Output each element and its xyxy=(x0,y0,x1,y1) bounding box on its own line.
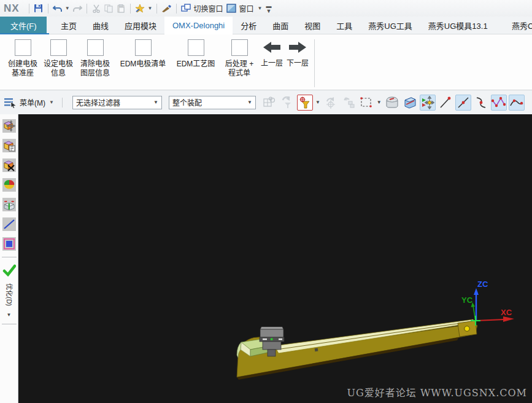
tab-home[interactable]: 主页 xyxy=(53,17,85,34)
delete-electrode-cube-icon[interactable] xyxy=(2,158,16,172)
switch-window-button[interactable]: 切换窗口 xyxy=(192,3,225,14)
copy-to-component-icon[interactable] xyxy=(341,95,357,111)
tab-application-module[interactable]: 应用模块 xyxy=(117,17,164,34)
separator xyxy=(156,4,157,14)
clear-electrode-layer-button[interactable]: 清除电极 图层信息 xyxy=(76,39,114,78)
move-component-cube-icon[interactable] xyxy=(2,119,16,133)
tab-curve[interactable]: 曲线 xyxy=(85,17,117,34)
copy-icon[interactable] xyxy=(102,2,115,15)
blank-command-icon xyxy=(15,39,31,56)
tab-view[interactable]: 视图 xyxy=(296,17,328,34)
cut-icon[interactable] xyxy=(90,2,102,15)
set-electrode-info-button[interactable]: 设定电极 信息 xyxy=(40,39,76,78)
separator xyxy=(176,4,177,14)
rectangle-select-icon[interactable] xyxy=(358,95,374,111)
menu-button[interactable]: 菜单(M) ▼ xyxy=(2,96,57,109)
menu-label: 菜单(M) xyxy=(20,97,45,108)
command-finder-dropdown-icon[interactable]: ▼ xyxy=(147,6,154,11)
snap-endpoint-icon[interactable] xyxy=(438,95,453,111)
separator xyxy=(130,4,131,14)
create-electrode-base-button[interactable]: 创建电极 基准座 xyxy=(5,39,40,78)
button-label: EDM工艺图 xyxy=(177,60,215,69)
next-layer-button[interactable]: 下一层 xyxy=(285,39,310,68)
snap-point-on-curve-icon[interactable] xyxy=(473,95,489,111)
tab-tools[interactable]: 工具 xyxy=(328,17,360,34)
button-label: 信息 xyxy=(51,69,66,78)
previous-layer-button[interactable]: 上一层 xyxy=(259,39,285,68)
tab-surface[interactable]: 曲面 xyxy=(264,17,296,34)
measure-block-icon[interactable] xyxy=(2,198,16,211)
tab-yanxiu-cnc[interactable]: 燕秀CN xyxy=(504,17,532,34)
snap-arc-center-icon[interactable] xyxy=(384,95,400,111)
command-finder-icon[interactable] xyxy=(134,2,147,15)
check-electrode-icon[interactable] xyxy=(2,264,16,277)
select-mode-dropdown-icon[interactable]: ▼ xyxy=(377,100,382,105)
redo-icon[interactable] xyxy=(71,2,83,15)
axis-label-xc: XC xyxy=(501,308,512,317)
button-label: 上一层 xyxy=(261,59,283,68)
button-label: 清除电极 xyxy=(80,60,110,69)
separator xyxy=(29,4,29,14)
wcs-triad: ZC YC XC xyxy=(461,280,514,326)
selection-scope-value: 整个装配 xyxy=(172,97,202,108)
filter-dropdown-icon[interactable]: ▼ xyxy=(315,100,320,105)
snap-intersection-icon[interactable] xyxy=(491,95,507,111)
interior-selection-filter-icon[interactable] xyxy=(297,95,313,111)
toolbar-options-dropdown-icon[interactable]: ▼ xyxy=(7,312,12,318)
rectangle-icon[interactable] xyxy=(2,237,16,251)
separator xyxy=(87,4,87,14)
axis-label-yc: YC xyxy=(461,295,473,305)
toolbar-separator xyxy=(2,257,17,257)
graphics-viewport[interactable]: ZC YC XC UG爱好者论坛 WWW.UGSNX.COM xyxy=(18,114,532,403)
tab-yanxiu-ug-tools[interactable]: 燕秀UG工具 xyxy=(360,17,420,34)
button-label: 下一层 xyxy=(287,59,309,68)
selection-scope-dropdown[interactable]: 整个装配 ▼ xyxy=(169,96,256,109)
chevron-down-icon: ▼ xyxy=(247,100,252,105)
reposition-object-icon[interactable] xyxy=(323,95,339,111)
arrow-right-icon xyxy=(289,41,306,53)
window-icon[interactable] xyxy=(225,2,237,15)
button-label: EDM电极清单 xyxy=(120,60,166,69)
holder-upper-block xyxy=(260,329,283,337)
enable-snap-point-icon[interactable] xyxy=(420,95,436,111)
window-button[interactable]: 窗口 xyxy=(237,3,256,14)
snap-tangent-icon[interactable] xyxy=(509,95,525,111)
paste-icon[interactable] xyxy=(115,2,127,15)
undo-dropdown-icon[interactable]: ▼ xyxy=(64,6,71,11)
blank-command-icon xyxy=(231,39,248,56)
axis-xc-arrowhead xyxy=(503,316,514,322)
save-icon[interactable] xyxy=(33,2,45,15)
separator xyxy=(48,4,48,14)
snap-midpoint-icon[interactable] xyxy=(455,95,471,111)
touch-mode-icon[interactable] xyxy=(160,2,173,15)
edm-electrode-list-button[interactable]: EDM电极清单 xyxy=(114,39,172,69)
tab-omx-delonghi[interactable]: OMX-Delonghi xyxy=(164,17,233,34)
arrow-left-icon xyxy=(263,41,280,53)
menu-dropdown-icon: ▼ xyxy=(48,100,55,105)
highlight-hidden-edges-icon[interactable] xyxy=(261,95,277,111)
ribbon-tab-bar: 文件(F) 主页 曲线 应用模块 OMX-Delonghi 分析 曲面 视图 工… xyxy=(0,17,532,34)
electrode-info-cube-icon[interactable] xyxy=(2,139,16,152)
holder-top-face xyxy=(260,327,283,329)
line-icon[interactable] xyxy=(2,217,16,231)
window-dropdown-icon[interactable]: ▼ xyxy=(256,6,264,11)
postprocess-program-sheet-button[interactable]: 后处理 + 程式单 xyxy=(220,39,259,78)
minimize-ribbon-icon[interactable]: ▬▼ xyxy=(263,4,274,14)
section-view-cube-icon[interactable] xyxy=(402,95,418,111)
selection-filter-dropdown[interactable]: 无选择过滤器 ▼ xyxy=(72,96,162,109)
model xyxy=(237,319,477,380)
tab-file[interactable]: 文件(F) xyxy=(0,17,47,34)
tab-yanxiu-ug-mold[interactable]: 燕秀UG模具13.1 xyxy=(420,17,496,34)
model-marking xyxy=(315,348,318,352)
docked-command-label[interactable]: 优化(D) xyxy=(5,283,13,306)
undo-icon[interactable] xyxy=(52,2,64,15)
tab-analysis[interactable]: 分析 xyxy=(233,17,264,34)
chevron-down-icon: ▼ xyxy=(153,100,158,105)
blank-command-icon xyxy=(50,39,67,56)
color-pie-icon[interactable] xyxy=(2,178,16,192)
holder-band-mark xyxy=(263,338,267,340)
switch-window-icon[interactable] xyxy=(180,2,192,15)
left-toolbar: 优化(D) ▼ xyxy=(0,114,18,403)
revert-filter-icon[interactable] xyxy=(279,95,295,111)
edm-process-drawing-button[interactable]: EDM工艺图 xyxy=(172,39,220,69)
